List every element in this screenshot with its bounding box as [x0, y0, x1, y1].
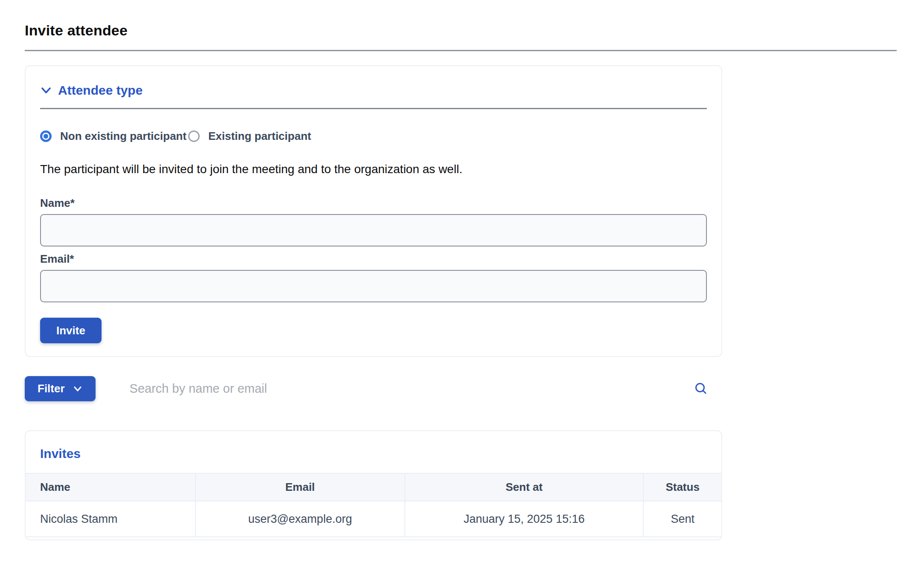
filter-search-bar: Filter: [25, 376, 722, 401]
filter-button[interactable]: Filter: [25, 376, 96, 401]
column-header: Sent at: [405, 473, 643, 501]
title-divider: [25, 50, 897, 51]
invites-title: Invites: [26, 431, 721, 473]
name-field[interactable]: [40, 214, 707, 246]
invites-table: NameEmailSent atStatus Nicolas Stammuser…: [26, 473, 721, 537]
section-title: Attendee type: [58, 83, 142, 98]
search-input[interactable]: [96, 382, 692, 396]
radio-icon: [188, 130, 200, 142]
page: Invite attendee Attendee type Non existi…: [0, 0, 924, 540]
page-title: Invite attendee: [25, 22, 924, 39]
name-field-label: Name*: [40, 197, 707, 210]
email-field[interactable]: [40, 270, 707, 302]
radio-label: Existing participant: [208, 130, 311, 143]
invite-description: The participant will be invited to join …: [40, 162, 707, 176]
table-cell: Sent: [643, 501, 721, 537]
invite-button[interactable]: Invite: [40, 318, 102, 343]
table-cell: Nicolas Stamm: [26, 501, 195, 537]
attendee-type-card: Attendee type Non existing participantEx…: [25, 65, 722, 357]
chevron-down-icon: [40, 84, 52, 96]
column-header: Status: [643, 473, 721, 501]
chevron-down-icon: [73, 384, 83, 394]
invites-table-header-row: NameEmailSent atStatus: [26, 473, 721, 501]
radio-option-non-existing-participant[interactable]: Non existing participant: [40, 130, 186, 143]
search-icon[interactable]: [692, 380, 710, 398]
radio-label: Non existing participant: [60, 130, 186, 143]
attendee-type-radio-group: Non existing participantExisting partici…: [40, 130, 707, 143]
section-divider: [40, 108, 707, 109]
table-cell: user3@example.org: [195, 501, 405, 537]
table-cell: January 15, 2025 15:16: [405, 501, 643, 537]
radio-option-existing-participant[interactable]: Existing participant: [188, 130, 311, 143]
invites-table-body: Nicolas Stammuser3@example.orgJanuary 15…: [26, 501, 721, 537]
column-header: Email: [195, 473, 405, 501]
filter-button-label: Filter: [38, 382, 65, 395]
attendee-type-section-toggle[interactable]: Attendee type: [40, 83, 142, 98]
table-row: Nicolas Stammuser3@example.orgJanuary 15…: [26, 501, 721, 537]
email-field-label: Email*: [40, 252, 707, 266]
radio-icon: [40, 130, 52, 142]
invites-card: Invites NameEmailSent atStatus Nicolas S…: [25, 430, 722, 540]
column-header: Name: [26, 473, 195, 501]
